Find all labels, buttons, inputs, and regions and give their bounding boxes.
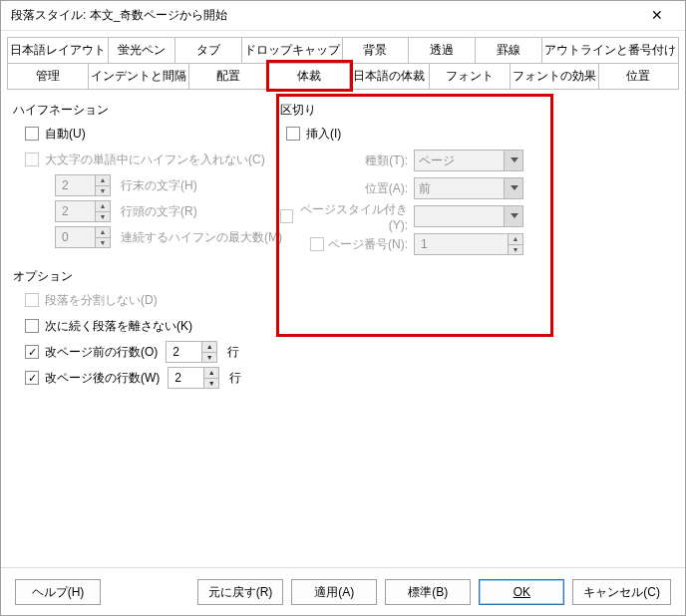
end-chars-label: 行末の文字(H) — [121, 177, 197, 194]
tab-asian-text[interactable]: 日本語の体裁 — [350, 63, 431, 89]
keep-with-next-label: 次に続く段落を離さない(K) — [45, 318, 192, 335]
widows-spinner[interactable]: ▲▼ — [168, 367, 219, 389]
spin-up-icon[interactable]: ▲ — [95, 200, 111, 211]
widows-label: 改ページ後の行数(W) — [45, 370, 160, 387]
keep-with-next-checkbox[interactable] — [25, 319, 39, 333]
widows-unit: 行 — [229, 370, 241, 387]
keep-together-label: 段落を分割しない(D) — [45, 292, 158, 309]
dialog-body: ハイフネーション 自動(U) 大文字の単語中にハイフンを入れない(C) ▲▼ 行… — [1, 90, 685, 567]
spin-up-icon[interactable]: ▲ — [201, 341, 217, 352]
orphans-input[interactable] — [166, 341, 201, 363]
spin-up-icon[interactable]: ▲ — [95, 174, 111, 185]
end-chars-spinner[interactable]: ▲▼ — [55, 174, 111, 196]
tab-indent-spacing[interactable]: インデントと間隔 — [89, 63, 189, 89]
type-label: 種類(T): — [280, 153, 414, 169]
chevron-down-icon — [511, 157, 518, 162]
window-title: 段落スタイル: 本文_奇数ページから開始 — [11, 7, 637, 24]
spin-down-icon[interactable]: ▼ — [508, 244, 523, 256]
spin-up-icon[interactable]: ▲ — [95, 226, 111, 237]
options-heading: オプション — [13, 268, 673, 285]
tab-outline-numbering[interactable]: アウトラインと番号付け — [542, 37, 679, 63]
orphans-unit: 行 — [227, 344, 239, 361]
tab-jp-layout[interactable]: 日本語レイアウト — [7, 37, 109, 63]
orphans-checkbox[interactable]: ✓ — [25, 345, 39, 359]
tabs: 日本語レイアウト 蛍光ペン タブ ドロップキャップ 背景 透過 罫線 アウトライ… — [7, 37, 679, 90]
chevron-down-icon — [511, 213, 518, 218]
max-consec-spinner[interactable]: ▲▼ — [55, 226, 111, 248]
insert-checkbox[interactable] — [286, 127, 300, 141]
help-button[interactable]: ヘルプ(H) — [15, 579, 101, 605]
page-number-label: ページ番号(N): — [328, 236, 408, 253]
tab-textflow[interactable]: 体裁 — [269, 63, 350, 89]
tab-alignment[interactable]: 配置 — [189, 63, 270, 89]
tab-transparency[interactable]: 透過 — [409, 37, 476, 63]
tab-background[interactable]: 背景 — [343, 37, 410, 63]
tab-border[interactable]: 罫線 — [476, 37, 542, 63]
auto-label: 自動(U) — [45, 126, 86, 143]
page-style-select[interactable] — [414, 205, 523, 227]
ok-button[interactable]: OK — [479, 579, 564, 605]
dialog-window: 段落スタイル: 本文_奇数ページから開始 ✕ 日本語レイアウト 蛍光ペン タブ … — [0, 0, 686, 616]
spin-down-icon[interactable]: ▼ — [95, 185, 111, 197]
tabs-row-2: 管理 インデントと間隔 配置 体裁 日本語の体裁 フォント フォントの効果 位置 — [7, 63, 679, 89]
orphans-label: 改ページ前の行数(O) — [45, 344, 158, 361]
close-icon[interactable]: ✕ — [637, 2, 677, 30]
with-page-style-checkbox — [280, 209, 293, 223]
page-number-spinner[interactable]: ▲▼ — [414, 233, 523, 255]
tab-highlight[interactable]: 蛍光ペン — [109, 37, 175, 63]
max-consec-input[interactable] — [55, 226, 95, 248]
cancel-button[interactable]: キャンセル(C) — [572, 579, 671, 605]
options-group: オプション 段落を分割しない(D) 次に続く段落を離さない(K) ✓ 改ページ前… — [13, 268, 673, 389]
tab-dropcap[interactable]: ドロップキャップ — [242, 37, 343, 63]
position-select[interactable]: 前 — [414, 177, 523, 199]
tab-organizer[interactable]: 管理 — [7, 63, 89, 89]
position-label: 位置(A): — [280, 180, 414, 197]
page-number-input[interactable] — [414, 233, 508, 255]
spin-down-icon[interactable]: ▼ — [95, 211, 111, 223]
widows-input[interactable] — [168, 367, 203, 389]
apply-button[interactable]: 適用(A) — [291, 579, 377, 605]
start-chars-label: 行頭の文字(R) — [121, 203, 197, 220]
breaks-heading: 区切り — [280, 102, 541, 119]
with-page-style-label: ページスタイル付き(Y): — [297, 201, 409, 232]
insert-label: 挿入(I) — [306, 126, 341, 143]
widows-checkbox[interactable]: ✓ — [25, 371, 39, 385]
spin-up-icon[interactable]: ▲ — [508, 233, 523, 244]
start-chars-spinner[interactable]: ▲▼ — [55, 200, 111, 222]
type-select[interactable]: ページ — [414, 150, 523, 171]
no-caps-label: 大文字の単語中にハイフンを入れない(C) — [45, 152, 265, 168]
spin-down-icon[interactable]: ▼ — [95, 237, 111, 249]
start-chars-input[interactable] — [55, 200, 95, 222]
tab-tab[interactable]: タブ — [175, 37, 242, 63]
tabs-row-1: 日本語レイアウト 蛍光ペン タブ ドロップキャップ 背景 透過 罫線 アウトライ… — [7, 37, 679, 63]
keep-together-checkbox — [25, 293, 39, 307]
end-chars-input[interactable] — [55, 174, 95, 196]
tab-font-effects[interactable]: フォントの効果 — [511, 63, 599, 89]
breaks-group: 区切り 挿入(I) 種類(T): ページ 位置(A): 前 — [280, 100, 541, 260]
max-consec-label: 連続するハイフンの最大数(M) — [121, 229, 282, 246]
dialog-footer: ヘルプ(H) 元に戻す(R) 適用(A) 標準(B) OK キャンセル(C) — [1, 567, 685, 615]
chevron-down-icon — [511, 185, 518, 190]
no-caps-checkbox — [25, 153, 39, 166]
standard-button[interactable]: 標準(B) — [385, 579, 471, 605]
reset-button[interactable]: 元に戻す(R) — [197, 579, 284, 605]
spin-down-icon[interactable]: ▼ — [201, 352, 217, 364]
spin-up-icon[interactable]: ▲ — [203, 367, 219, 378]
tab-font[interactable]: フォント — [430, 63, 511, 89]
spin-down-icon[interactable]: ▼ — [203, 378, 219, 390]
titlebar: 段落スタイル: 本文_奇数ページから開始 ✕ — [1, 1, 685, 31]
page-number-checkbox — [310, 237, 324, 251]
tab-position[interactable]: 位置 — [599, 63, 680, 89]
auto-checkbox[interactable] — [25, 127, 39, 141]
orphans-spinner[interactable]: ▲▼ — [166, 341, 217, 363]
